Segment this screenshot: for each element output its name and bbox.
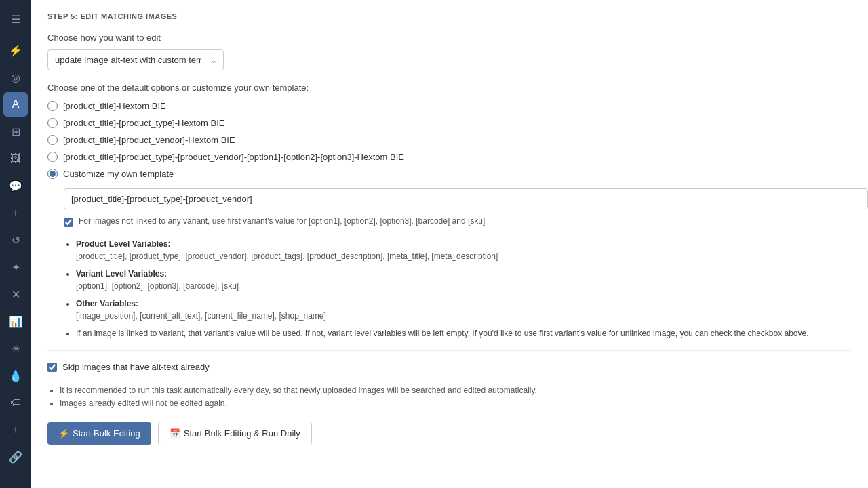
- edit-type-dropdown[interactable]: update image alt-text with custom templa…: [47, 49, 224, 70]
- skip-checkbox[interactable]: [47, 363, 57, 372]
- variables-note: If an image is linked to variant, that v…: [76, 329, 809, 338]
- variant-var-label: Variant Level Variables:: [76, 269, 167, 279]
- main-content: STEP 5: EDIT MATCHING IMAGES Choose how …: [31, 0, 868, 488]
- other-var-label: Other Variables:: [76, 299, 138, 308]
- star-icon[interactable]: ✦: [3, 255, 28, 279]
- text-icon[interactable]: A: [3, 92, 28, 117]
- calendar-icon: 📅: [170, 428, 180, 439]
- info-section: It is recommended to run this task autom…: [47, 386, 852, 408]
- choose-edit-label: Choose how you want to edit: [47, 33, 852, 43]
- sparkle-icon[interactable]: ✳: [3, 336, 28, 361]
- radio-option-5[interactable]: Customize my own template: [47, 169, 852, 179]
- start-icon: ⚡: [58, 428, 69, 439]
- tag-icon[interactable]: 🏷: [3, 390, 28, 415]
- product-variables-item: Product Level Variables: [product_title]…: [76, 238, 852, 262]
- start-bulk-run-daily-button[interactable]: 📅 Start Bulk Editing & Run Daily: [158, 422, 312, 445]
- sidebar: ☰ ⚡ ◎ A ⊞ 🖼 💬 ＋ ↺ ✦ ✕ 📊 ✳ 💧 🏷 ＋ 🔗: [0, 0, 31, 488]
- variables-note-item: If an image is linked to variant, that v…: [76, 327, 852, 340]
- info-item-1: It is recommended to run this task autom…: [60, 386, 852, 395]
- radio-input-3[interactable]: [47, 135, 58, 145]
- radio-label-1: [product_title]-Hextom BIE: [63, 101, 166, 111]
- menu-icon[interactable]: ☰: [3, 7, 28, 31]
- variables-section: Product Level Variables: [product_title]…: [64, 238, 852, 340]
- start-bulk-editing-label: Start Bulk Editing: [73, 428, 140, 439]
- info-item-2: Images already edited will not be edited…: [60, 399, 852, 408]
- radio-option-1[interactable]: [product_title]-Hextom BIE: [47, 101, 852, 111]
- skip-label: Skip images that have alt-text already: [62, 362, 210, 372]
- chart-icon[interactable]: 📊: [3, 309, 28, 333]
- variant-var-values: [option1], [option2], [option3], [barcod…: [76, 281, 239, 291]
- variables-list: Product Level Variables: [product_title]…: [64, 238, 852, 340]
- variant-variables-item: Variant Level Variables: [option1], [opt…: [76, 268, 852, 292]
- radio-option-4[interactable]: [product_title]-[product_type]-[product_…: [47, 152, 852, 162]
- template-radio-group: [product_title]-Hextom BIE [product_titl…: [47, 101, 852, 179]
- divider: [47, 350, 852, 351]
- radio-label-2: [product_title]-[product_type]-Hextom BI…: [63, 118, 224, 128]
- other-variables-item: Other Variables: [image_position], [curr…: [76, 298, 852, 322]
- radio-label-3: [product_title]-[product_vendor]-Hextom …: [63, 135, 235, 145]
- template-options-label: Choose one of the default options or cus…: [47, 83, 852, 93]
- variant-checkbox-label: For images not linked to any variant, us…: [79, 216, 485, 226]
- variant-checkbox-row: For images not linked to any variant, us…: [64, 216, 852, 227]
- action-buttons: ⚡ Start Bulk Editing 📅 Start Bulk Editin…: [47, 422, 852, 445]
- dropdown-inner: update image alt-text with custom templa…: [47, 49, 224, 70]
- pages-icon[interactable]: ⊞: [3, 119, 28, 144]
- start-bulk-editing-button[interactable]: ⚡ Start Bulk Editing: [47, 422, 151, 445]
- plus2-icon[interactable]: ＋: [3, 418, 28, 442]
- product-var-label: Product Level Variables:: [76, 239, 170, 249]
- search-icon[interactable]: ◎: [3, 65, 28, 89]
- start-run-daily-label: Start Bulk Editing & Run Daily: [184, 428, 300, 439]
- variant-checkbox[interactable]: [64, 218, 73, 227]
- step-title: STEP 5: EDIT MATCHING IMAGES: [47, 12, 852, 20]
- product-var-values: [product_title], [product_type], [produc…: [76, 251, 498, 261]
- add-icon[interactable]: ＋: [3, 201, 28, 225]
- link-icon[interactable]: 🔗: [3, 445, 28, 469]
- radio-input-2[interactable]: [47, 118, 58, 128]
- image-icon[interactable]: 🖼: [3, 146, 28, 171]
- radio-input-1[interactable]: [47, 101, 58, 111]
- skip-checkbox-row: Skip images that have alt-text already: [47, 362, 852, 372]
- custom-template-input[interactable]: [64, 188, 868, 209]
- radio-option-3[interactable]: [product_title]-[product_vendor]-Hextom …: [47, 135, 852, 145]
- info-list: It is recommended to run this task autom…: [47, 386, 852, 408]
- dropdown-wrapper: update image alt-text with custom templa…: [47, 49, 852, 70]
- radio-input-5[interactable]: [47, 169, 58, 179]
- radio-option-2[interactable]: [product_title]-[product_type]-Hextom BI…: [47, 118, 852, 128]
- lightning-icon[interactable]: ⚡: [3, 38, 28, 62]
- radio-input-4[interactable]: [47, 152, 58, 162]
- other-var-values: [image_position], [current_alt_text], [c…: [76, 311, 326, 321]
- refresh-icon[interactable]: ↺: [3, 228, 28, 252]
- drop-icon[interactable]: 💧: [3, 363, 28, 388]
- cross-icon[interactable]: ✕: [3, 282, 28, 306]
- radio-label-5: Customize my own template: [63, 169, 174, 179]
- radio-label-4: [product_title]-[product_type]-[product_…: [63, 152, 404, 162]
- chat-icon[interactable]: 💬: [3, 174, 28, 198]
